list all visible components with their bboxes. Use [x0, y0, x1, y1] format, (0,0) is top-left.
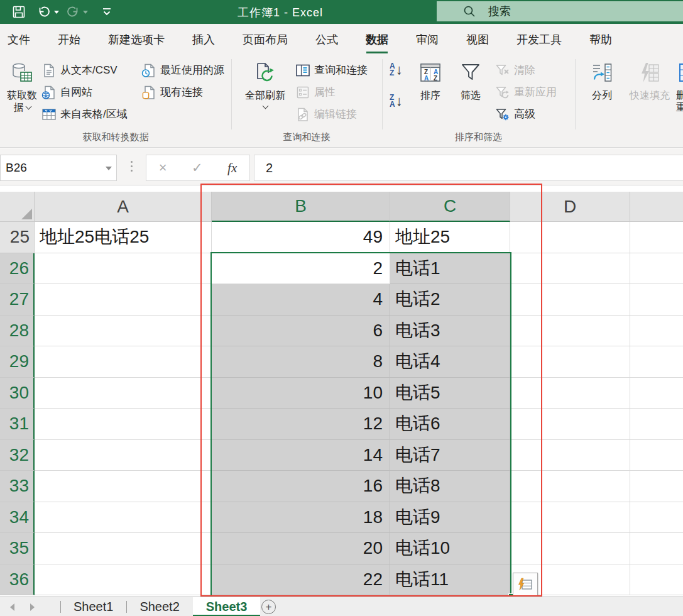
cell-C27[interactable]: 电话2: [390, 284, 510, 316]
cell-B26[interactable]: 2: [212, 253, 390, 285]
cell-A28[interactable]: [35, 316, 212, 347]
tab-审阅[interactable]: 审阅: [416, 24, 439, 55]
cell-A30[interactable]: [35, 378, 212, 409]
cell-B36[interactable]: 22: [212, 564, 390, 596]
cell-B25[interactable]: 49: [212, 222, 390, 253]
row-header-34[interactable]: 34: [0, 502, 35, 534]
get-data-button[interactable]: 获取数 据: [4, 57, 40, 132]
cell-edge26[interactable]: [630, 253, 683, 285]
cell-A32[interactable]: [35, 440, 212, 471]
row-header-33[interactable]: 33: [0, 471, 35, 502]
cell-A25[interactable]: 地址25电话25: [35, 222, 212, 253]
existing-connections-button[interactable]: 现有连接: [141, 82, 203, 102]
select-all-corner[interactable]: [0, 192, 35, 222]
row-header-28[interactable]: 28: [0, 316, 35, 347]
cell-edge34[interactable]: [630, 502, 683, 534]
name-box-dropdown-icon[interactable]: [106, 167, 112, 170]
cell-edge30[interactable]: [630, 378, 683, 409]
column-header-partial[interactable]: [630, 192, 683, 222]
insert-function-icon[interactable]: fx: [227, 160, 237, 176]
redo-button[interactable]: [65, 4, 80, 19]
cell-D28[interactable]: [510, 316, 630, 347]
cell-B33[interactable]: 16: [212, 471, 390, 502]
cell-D34[interactable]: [510, 502, 630, 534]
cell-edge35[interactable]: [630, 533, 683, 564]
flash-fill-options-button[interactable]: [513, 573, 538, 596]
tab-公式[interactable]: 公式: [315, 24, 338, 55]
cell-D25[interactable]: [510, 222, 630, 253]
cell-edge27[interactable]: [630, 284, 683, 316]
cell-B29[interactable]: 8: [212, 346, 390, 378]
tab-数据[interactable]: 数据: [366, 24, 388, 55]
cell-B34[interactable]: 18: [212, 502, 390, 534]
cell-C28[interactable]: 电话3: [390, 316, 510, 347]
row-header-29[interactable]: 29: [0, 346, 35, 378]
cell-C33[interactable]: 电话8: [390, 471, 510, 502]
refresh-all-button[interactable]: 全部刷新: [240, 57, 290, 132]
name-box[interactable]: B26: [0, 155, 117, 181]
tab-文件[interactable]: 文件: [8, 24, 30, 55]
recent-sources-button[interactable]: 最近使用的源: [141, 60, 224, 80]
cell-D30[interactable]: [510, 378, 630, 409]
cell-edge28[interactable]: [630, 316, 683, 347]
cell-B30[interactable]: 10: [212, 378, 390, 409]
cell-B32[interactable]: 14: [212, 440, 390, 471]
tab-视图[interactable]: 视图: [466, 24, 489, 55]
tab-新建选项卡[interactable]: 新建选项卡: [108, 24, 165, 55]
cell-C30[interactable]: 电话5: [390, 378, 510, 409]
tab-开始[interactable]: 开始: [58, 24, 80, 55]
row-header-32[interactable]: 32: [0, 440, 35, 471]
cell-edge25[interactable]: [630, 222, 683, 253]
tab-页面布局[interactable]: 页面布局: [243, 24, 288, 55]
cell-C36[interactable]: 电话11: [390, 564, 510, 596]
sort-descending-button[interactable]: ZA ↓: [390, 94, 403, 108]
cell-C35[interactable]: 电话10: [390, 533, 510, 564]
advanced-filter-button[interactable]: 高级: [495, 104, 535, 124]
cancel-icon[interactable]: ×: [159, 160, 167, 176]
add-sheet-button[interactable]: +: [261, 600, 276, 614]
cell-edge31[interactable]: [630, 409, 683, 440]
sort-ascending-button[interactable]: AZ ↓: [390, 63, 403, 77]
from-table-range-button[interactable]: 来自表格/区域: [41, 104, 128, 124]
cell-A31[interactable]: [35, 409, 212, 440]
cell-D33[interactable]: [510, 471, 630, 502]
sheet-tab-Sheet1[interactable]: Sheet1: [60, 597, 126, 616]
cell-C25[interactable]: 地址25: [390, 222, 510, 253]
cell-D31[interactable]: [510, 409, 630, 440]
cell-B31[interactable]: 12: [212, 409, 390, 440]
tab-插入[interactable]: 插入: [192, 24, 215, 55]
tab-开发工具[interactable]: 开发工具: [516, 24, 562, 55]
cell-D27[interactable]: [510, 284, 630, 316]
cell-A29[interactable]: [35, 346, 212, 378]
cell-B28[interactable]: 6: [212, 316, 390, 347]
next-sheet-icon[interactable]: [30, 603, 35, 611]
text-to-columns-button[interactable]: 分列: [584, 57, 620, 132]
undo-dropdown-icon[interactable]: [54, 11, 59, 14]
formula-bar-grip[interactable]: [131, 161, 133, 172]
row-header-30[interactable]: 30: [0, 378, 35, 409]
cell-C32[interactable]: 电话7: [390, 440, 510, 471]
cell-A34[interactable]: [35, 502, 212, 534]
cell-B27[interactable]: 4: [212, 284, 390, 316]
column-header-D[interactable]: D: [510, 192, 630, 222]
sort-button[interactable]: Z A A Z 排序: [412, 57, 449, 132]
undo-button[interactable]: [36, 4, 52, 19]
sheet-tab-Sheet3[interactable]: Sheet3: [193, 597, 261, 616]
enter-icon[interactable]: ✓: [192, 160, 203, 175]
row-header-31[interactable]: 31: [0, 409, 35, 440]
formula-input[interactable]: 2: [254, 155, 683, 181]
search-input[interactable]: 搜索: [437, 1, 683, 21]
cell-A35[interactable]: [35, 533, 212, 564]
sheet-tab-Sheet2[interactable]: Sheet2: [126, 597, 192, 616]
cell-edge36[interactable]: [630, 564, 683, 596]
row-header-36[interactable]: 36: [0, 564, 35, 596]
cell-D32[interactable]: [510, 440, 630, 471]
redo-dropdown-icon[interactable]: [83, 11, 88, 14]
save-button[interactable]: [11, 4, 26, 19]
cell-B35[interactable]: 20: [212, 533, 390, 564]
cell-D26[interactable]: [510, 253, 630, 285]
cell-C34[interactable]: 电话9: [390, 502, 510, 534]
cell-edge33[interactable]: [630, 471, 683, 502]
queries-connections-button[interactable]: 查询和连接: [295, 60, 368, 80]
cell-A26[interactable]: [35, 253, 212, 285]
